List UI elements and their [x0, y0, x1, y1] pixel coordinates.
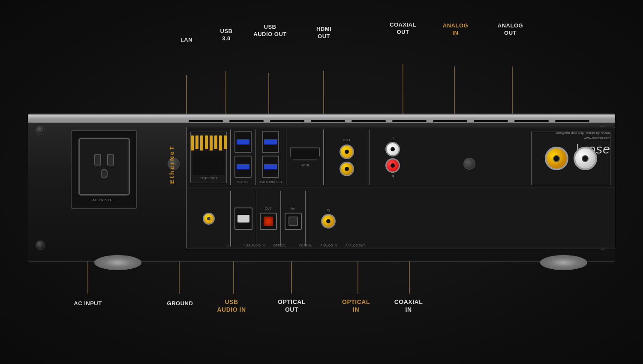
optical-in-inner — [288, 217, 298, 226]
vent-slot — [189, 120, 223, 122]
optical-row-label: OPTICAL — [273, 244, 286, 247]
rca-center-2 — [345, 167, 349, 171]
upper-port-section: ETHERNET USB 3.0 — [187, 127, 615, 187]
vent-slot — [433, 120, 467, 122]
usb30-group: USB 3.0 — [234, 131, 252, 184]
usb-audio-out-inner-1 — [264, 139, 277, 144]
vent-slot — [311, 120, 345, 122]
usb-audio-out-inner-2 — [264, 164, 277, 169]
coaxial-in-small-label: IN — [327, 208, 330, 212]
lower-divider-1 — [230, 191, 231, 247]
vent-slot — [392, 120, 427, 122]
ground-center — [207, 217, 210, 220]
divider-3 — [286, 129, 287, 185]
rca-center-4 — [391, 163, 395, 168]
ac-input-module: AC INPUT ~ — [71, 130, 137, 209]
label-usb-audio-out: USBAUDIO OUT — [253, 24, 287, 38]
divider-1 — [230, 129, 231, 185]
optical-out-group: OUT — [260, 207, 277, 230]
rca-center-3 — [391, 147, 395, 151]
analog-in-row-label: ANALOG IN — [321, 244, 337, 247]
ac-pins-top — [94, 154, 114, 165]
ethernet-port: ETHERNET — [190, 132, 227, 183]
usb30-inner-1 — [237, 139, 249, 144]
usb-audio-out-group: USB AUDIO OUT — [259, 131, 282, 184]
analog-in-group: L R — [373, 136, 412, 178]
ac-pin-left — [94, 154, 101, 165]
eth-pin — [224, 135, 227, 149]
optical-out-port — [260, 213, 277, 230]
label-ethernet-vertical: EtherNeT — [168, 145, 175, 184]
coaxial-in-group: IN — [309, 208, 348, 229]
analog-in-labels: L — [391, 136, 394, 140]
eth-label-small: ETHERNET — [200, 177, 218, 180]
bottom-port-labels-row: ⊥ USB AUDIO IN OPTICAL COAXIAL ANALOG IN… — [187, 244, 615, 247]
divider-5 — [370, 129, 370, 185]
eth-pin — [200, 135, 203, 150]
eth-pin — [205, 135, 208, 149]
ac-pin-bottom — [101, 169, 108, 178]
usb-audio-out-port-2 — [262, 156, 279, 178]
device-foot-right — [540, 255, 587, 270]
vent-slot — [270, 120, 304, 122]
vent-slot — [229, 120, 264, 122]
analog-out-row-label: ANALOG OUT — [346, 244, 365, 247]
label-usb-audio-in: USBAUDIO IN — [214, 298, 249, 313]
label-ac-input: AC Input — [60, 300, 116, 307]
coaxial-out-group: OUT — [328, 138, 366, 176]
usb30-port-1 — [234, 131, 252, 153]
analog-out-rca-l — [574, 147, 597, 170]
label-optical-out: OPTICALOUT — [273, 298, 310, 313]
divider-4 — [323, 129, 324, 185]
analog-out-center-r — [553, 155, 560, 162]
coaxial-out-top-label: OUT — [343, 138, 351, 142]
lower-divider-4 — [305, 191, 306, 247]
usb30-inner-2 — [237, 164, 249, 169]
eth-pins — [191, 135, 227, 150]
device-foot-left — [94, 255, 141, 270]
eth-pin — [214, 135, 217, 149]
eth-pin — [191, 135, 194, 150]
vent-slot — [474, 120, 508, 122]
label-optical-in: OPTICALIN — [340, 298, 372, 313]
eth-body — [192, 151, 225, 175]
analog-out-center-l — [582, 155, 589, 162]
label-ground: GROUND — [163, 300, 197, 307]
coaxial-out-rca-3 — [340, 162, 354, 176]
analog-in-rca-l — [385, 142, 400, 156]
lower-port-section: OUT IN IN — [187, 187, 615, 250]
coaxial-in-center — [326, 219, 331, 223]
screw-bl — [36, 241, 45, 250]
ground-arrow-label: ⊥ — [227, 244, 229, 247]
optical-out-label-small: OUT — [265, 207, 272, 210]
analog-in-rca-bottom — [385, 158, 400, 173]
analog-in-l-label: L — [393, 136, 394, 140]
analog-in-rca-r — [385, 158, 400, 173]
divider-2 — [255, 129, 256, 185]
optical-in-group: IN — [285, 207, 302, 230]
screw-tl — [36, 126, 45, 135]
analog-out-group — [531, 132, 610, 185]
optical-in-label-small: IN — [291, 207, 295, 210]
hdmi-port — [290, 147, 320, 160]
bolt-right — [463, 158, 475, 170]
ac-pin-right — [107, 154, 114, 165]
ac-input-small-label: AC INPUT ~ — [92, 198, 115, 202]
lower-divider-2 — [256, 191, 257, 247]
usb-audio-out-small-label: USB AUDIO OUT — [259, 180, 282, 184]
optical-in-port — [285, 213, 302, 230]
usb30-port-2 — [234, 156, 252, 178]
analog-in-rca-top — [385, 142, 400, 156]
label-analog-out: ANALOGOUT — [492, 22, 529, 37]
optical-out-inner — [264, 217, 273, 226]
label-coaxial-in: COAXIALIN — [391, 298, 426, 313]
vent-slot — [514, 120, 549, 122]
vent-slot — [555, 120, 589, 122]
usb30-small-label: USB 3.0 — [237, 180, 248, 184]
hdmi-group: HDMI — [290, 147, 320, 167]
analog-in-r-label: R — [391, 174, 394, 178]
label-hdmi-out: HDMIOUT — [308, 26, 340, 40]
usb-audio-in-row-label: USB AUDIO IN — [244, 244, 264, 247]
label-lan: LAN — [174, 36, 199, 44]
ground-lug — [203, 213, 215, 225]
